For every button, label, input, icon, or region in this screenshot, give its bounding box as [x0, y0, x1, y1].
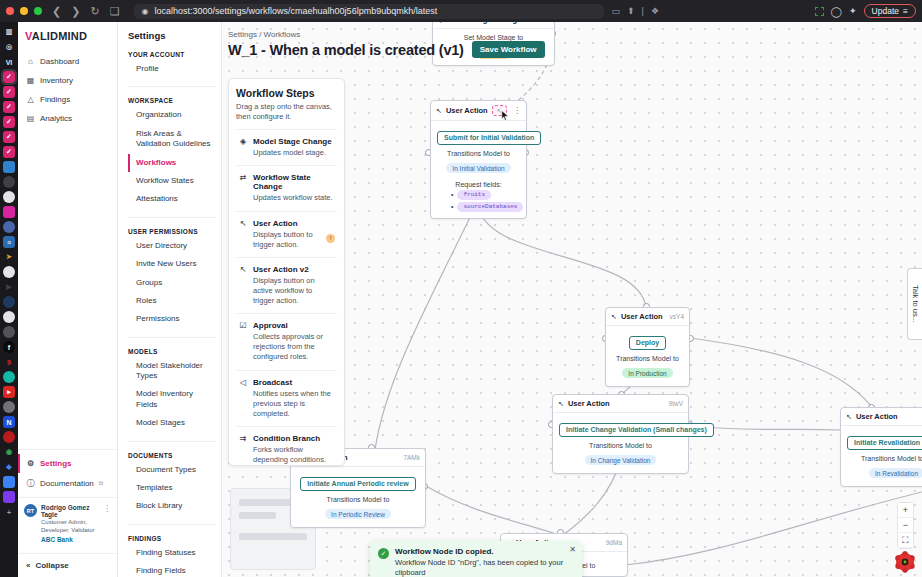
nine-tab[interactable]: 9 — [3, 356, 15, 368]
settings-nav-item-model-stages[interactable]: Model Stages — [128, 414, 215, 432]
save-workflow-button[interactable]: Save Workflow — [472, 41, 545, 58]
gray-tab[interactable] — [3, 326, 15, 338]
zoom-out-button[interactable]: − — [898, 518, 913, 533]
settings-nav-item-finding-statuses[interactable]: Finding Statuses — [128, 544, 215, 562]
orange-arrow-tab[interactable]: ➤ — [3, 251, 15, 263]
settings-nav-item-workflows[interactable]: Workflows — [128, 154, 215, 172]
settings-nav-item-model-stakeholder-types[interactable]: Model Stakeholder Types — [128, 357, 215, 386]
settings-nav-item-model-inventory-fields[interactable]: Model Inventory Fields — [128, 385, 215, 414]
validmind-tab[interactable]: ✓ — [3, 101, 15, 113]
workflow-step-user-action[interactable]: ↖User ActionDisplays button to trigger a… — [236, 211, 337, 257]
settings-nav-item-roles[interactable]: Roles — [128, 292, 215, 310]
sidebar-item-findings[interactable]: △Findings — [18, 90, 117, 109]
node-user-action-main[interactable]: ↖ User Action ↖ ⋮ Submit for Initial Val… — [430, 100, 527, 219]
forward-icon[interactable]: ❯ — [71, 5, 80, 18]
close-window-button[interactable] — [6, 7, 14, 15]
notion-tab[interactable]: N — [3, 416, 15, 428]
gray-tab[interactable] — [3, 401, 15, 413]
settings-nav-item-organization[interactable]: Organization — [128, 106, 215, 124]
discord-tab[interactable] — [3, 221, 15, 233]
breadcrumb-settings[interactable]: Settings — [228, 30, 257, 39]
maximize-window-button[interactable] — [34, 7, 42, 15]
github-tab[interactable] — [3, 311, 15, 323]
red-tab[interactable] — [3, 431, 15, 443]
settings-nav-item-permissions[interactable]: Permissions — [128, 310, 215, 328]
settings-nav-item-user-directory[interactable]: User Directory — [128, 237, 215, 255]
gray-tab[interactable] — [3, 176, 15, 188]
sidebar-item-documentation[interactable]: ⓘDocumentation⧉ — [18, 473, 117, 494]
minimize-window-button[interactable] — [20, 7, 28, 15]
workflow-step-user-action-v2[interactable]: ↖User Action v2Displays button on active… — [236, 257, 337, 313]
update-browser-button[interactable]: Update ≡ — [864, 4, 916, 18]
github-tab[interactable] — [3, 191, 15, 203]
workflow-step-model-stage-change[interactable]: ◈Model Stage ChangeUpdates model stage. — [236, 129, 337, 165]
fit-view-button[interactable]: ⛶ — [898, 533, 913, 548]
validmind-tab[interactable]: ✓ — [3, 86, 15, 98]
reload-icon[interactable]: ↻ — [90, 5, 99, 18]
node-user-action-revalidation[interactable]: ↖ User Action Initiate Revalidation (Big… — [840, 407, 922, 487]
node-user-action-deploy[interactable]: ↖ User Action vsY4 Deploy Transitions Mo… — [605, 307, 690, 387]
sidebar-item-settings[interactable]: ⚙Settings — [18, 454, 117, 473]
grid-tab[interactable] — [3, 476, 15, 488]
settings-nav-item-risk-areas-validation-guidelines[interactable]: Risk Areas & Validation Guidelines — [128, 125, 215, 154]
validmind-tab[interactable]: ✓ — [3, 71, 15, 83]
panels-icon[interactable]: ▥ — [3, 26, 15, 38]
settings-nav-item-attestations[interactable]: Attestations — [128, 190, 215, 208]
address-bar[interactable]: ◉ localhost:3000/settings/workflows/cmae… — [134, 4, 604, 19]
play-tab[interactable]: ▶ — [3, 281, 15, 293]
user-block[interactable]: RT Rodrigo Gomez Tagle Customer Admin, D… — [18, 497, 117, 549]
node-menu-icon[interactable]: ⋮ — [513, 106, 521, 115]
extension-icon[interactable]: ❖ — [651, 6, 659, 16]
settings-nav-item-templates[interactable]: Templates — [128, 479, 215, 497]
zoom-in-button[interactable]: + — [898, 503, 913, 518]
initiate-revalidation-button[interactable]: Initiate Revalidation (Big ch — [847, 436, 922, 450]
sidebar-item-analytics[interactable]: ▤Analytics — [18, 109, 117, 128]
talk-to-us-tab[interactable]: Talk to us... — [907, 268, 922, 340]
validmind-tab[interactable]: ✓ — [3, 146, 15, 158]
youtube-tab[interactable]: ▸ — [3, 386, 15, 398]
vi-label[interactable]: VI — [3, 56, 15, 68]
share-icon[interactable]: ⬆ — [627, 6, 635, 16]
sidebar-item-inventory[interactable]: ▦Inventory — [18, 71, 117, 90]
maps-pin-tab[interactable]: ◉ — [3, 446, 15, 458]
profile-icon[interactable]: ◯ — [831, 6, 842, 17]
settings-nav-item-workflow-states[interactable]: Workflow States — [128, 172, 215, 190]
settings-nav-item-invite-new-users[interactable]: Invite New Users — [128, 255, 215, 273]
instagram-tab[interactable] — [3, 206, 15, 218]
node-user-action-change-validation[interactable]: ↖ User Action 9twV Initiate Change Valid… — [552, 394, 689, 474]
breadcrumb-workflows[interactable]: Workflows — [264, 30, 301, 39]
spark-icon[interactable]: ✦ — [849, 6, 857, 16]
workflow-step-workflow-state-change[interactable]: ⇄Workflow State ChangeUpdates workflow s… — [236, 165, 337, 210]
pip-icon[interactable]: ▭ — [612, 6, 621, 16]
purple-tab[interactable] — [3, 491, 15, 503]
settings-nav-item-block-library[interactable]: Block Library — [128, 497, 215, 515]
maps-pin-tab[interactable]: ◈ — [3, 461, 15, 473]
bookmark-icon[interactable]: ❏ — [110, 5, 120, 18]
collapse-sidebar-button[interactable]: «Collapse — [18, 553, 117, 577]
deploy-button[interactable]: Deploy — [629, 336, 666, 350]
blue-app-tab[interactable] — [3, 161, 15, 173]
initiate-change-validation-button[interactable]: Initiate Change Validation (Small change… — [559, 423, 714, 437]
workflow-step-broadcast[interactable]: ◁BroadcastNotifies users when the previo… — [236, 370, 337, 426]
blue-list-tab[interactable]: ≡ — [3, 236, 15, 248]
settings-nav-item-groups[interactable]: Groups — [128, 274, 215, 292]
validmind-tab[interactable]: ✓ — [3, 131, 15, 143]
site-info-icon[interactable]: ◉ — [142, 7, 149, 16]
facebook-tab[interactable]: f — [3, 341, 15, 353]
copy-node-id-button[interactable]: ↖ — [492, 105, 507, 116]
new-tab[interactable]: + — [3, 506, 15, 518]
github-tab[interactable] — [3, 266, 15, 278]
navy-tab[interactable] — [3, 296, 15, 308]
screenshot-region-icon[interactable] — [815, 7, 824, 16]
settings-nav-item-profile[interactable]: Profile — [128, 60, 215, 78]
close-icon[interactable]: ✕ — [569, 545, 576, 554]
settings-nav-item-document-types[interactable]: Document Types — [128, 461, 215, 479]
workflow-step-condition-branch[interactable]: ⇉Condition BranchForks workflow dependin… — [236, 426, 337, 466]
initiate-periodic-review-button[interactable]: Initiate Annual Periodic review — [300, 477, 415, 491]
back-icon[interactable]: ❮ — [52, 5, 61, 18]
sidebar-item-dashboard[interactable]: ⌂Dashboard — [18, 52, 117, 71]
settings-nav-item-finding-fields[interactable]: Finding Fields — [128, 562, 215, 577]
teal-tab[interactable] — [3, 371, 15, 383]
submit-initial-validation-button[interactable]: Submit for Initial Validation — [437, 131, 541, 145]
validmind-tab[interactable]: ✓ — [3, 116, 15, 128]
